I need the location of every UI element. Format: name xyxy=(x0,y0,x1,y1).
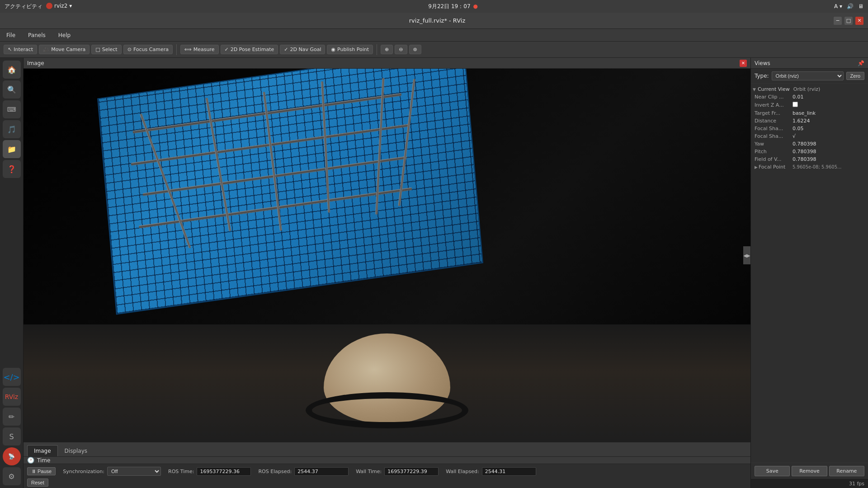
remove-button[interactable]: Remove xyxy=(792,466,827,476)
tab-displays[interactable]: Displays xyxy=(58,445,94,456)
sync-select[interactable]: Off Approximate Time Exact Time xyxy=(107,467,161,476)
pitch-value[interactable]: 0.780398 xyxy=(793,149,816,155)
wall-time-label: Wall Time: xyxy=(356,469,382,474)
save-button[interactable]: Save xyxy=(755,466,790,476)
tab-image[interactable]: Image xyxy=(27,445,58,456)
pause-icon: ⏸ xyxy=(31,469,36,474)
app-icon: rviz2 ▾ xyxy=(46,3,72,9)
invert-z-checkbox[interactable] xyxy=(793,102,798,107)
image-content: ◀▶ xyxy=(24,69,750,442)
focus-camera-button[interactable]: ⊙ Focus Camera xyxy=(123,45,173,54)
invert-z-value[interactable] xyxy=(793,102,798,108)
minus-button[interactable]: ⊖ xyxy=(395,45,407,54)
current-view-header[interactable]: ▼ Current View Orbit (rviz) xyxy=(751,85,868,93)
sidebar-icon-terminal[interactable]: ⌨ xyxy=(3,100,21,118)
collapse-arrow[interactable]: ◀▶ xyxy=(743,246,750,264)
activity-label[interactable]: アクティビティ xyxy=(5,3,42,10)
target-fr-row: Target Fr... base_link xyxy=(751,109,868,117)
focal-sha1-row: Focal Sha... 0.05 xyxy=(751,125,868,132)
interact-label: Interact xyxy=(14,47,33,52)
v-bar-6 xyxy=(398,79,415,206)
settings-icon: ⚙ xyxy=(8,472,14,481)
field-of-v-value[interactable]: 0.780398 xyxy=(793,156,816,162)
maximize-button[interactable]: □ xyxy=(844,17,853,25)
distance-row: Distance 1.6224 xyxy=(751,117,868,125)
views-panel-header: Views 📌 xyxy=(751,58,868,69)
distance-key: Distance xyxy=(755,118,791,124)
views-type-select[interactable]: Orbit (rviz) XYOrbit (rviz) FPS (rviz) T… xyxy=(772,71,844,80)
publish-point-button[interactable]: ◉ Publish Point xyxy=(327,45,373,54)
focal-sha2-value[interactable]: √ xyxy=(793,133,796,139)
current-view-label: Current View xyxy=(758,86,790,92)
sidebar-icon-home[interactable]: 🏠 xyxy=(3,61,21,79)
rename-button[interactable]: Rename xyxy=(829,466,864,476)
image-scene xyxy=(24,69,750,442)
select-button[interactable]: □ Select xyxy=(91,45,121,54)
focal-point-row: ▶ Focal Point 5.9605e-08; 5.9605... xyxy=(751,163,868,171)
pencil-icon: ✏ xyxy=(9,413,14,421)
pose-estimate-button[interactable]: ✓ 2D Pose Estimate xyxy=(221,45,278,54)
interact-button[interactable]: ↖ Interact xyxy=(4,45,37,54)
wall-elapsed-value: 2544.31 xyxy=(482,467,536,476)
focal-point-key: ▶ Focal Point xyxy=(755,164,791,170)
sidebar-icon-pencil[interactable]: ✏ xyxy=(3,408,21,426)
select-label: Select xyxy=(102,47,118,52)
focal-point-key-label: Focal Point xyxy=(759,164,785,170)
pause-button[interactable]: ⏸ Pause xyxy=(27,467,56,475)
toolbar-separator-2 xyxy=(377,44,377,55)
field-of-v-row: Field of V... 0.780398 xyxy=(751,155,868,163)
sidebar-icon-rviz[interactable]: RViz xyxy=(3,388,21,406)
bottom-tabs-bar: Image Displays xyxy=(24,442,750,456)
title-bar-controls: ─ □ ✕ xyxy=(834,17,863,25)
reset-button[interactable]: Reset xyxy=(27,479,48,487)
target-fr-value[interactable]: base_link xyxy=(793,110,816,116)
zero-button[interactable]: Zero xyxy=(846,72,865,80)
expand-arrow-icon: ▼ xyxy=(753,87,756,92)
views-title: Views xyxy=(755,60,770,66)
main-layout: 🏠 🔍 ⌨ 🎵 📁 ❓ </> RViz ✏ S 📡 xyxy=(0,58,868,488)
focus-camera-icon: ⊙ xyxy=(127,47,132,52)
close-button[interactable]: ✕ xyxy=(855,17,863,25)
distance-value[interactable]: 1.6224 xyxy=(793,118,810,124)
menu-panels[interactable]: Panels xyxy=(25,31,48,39)
sidebar-icon-code[interactable]: </> xyxy=(3,368,21,386)
recording-indicator: ● xyxy=(473,3,478,9)
move-camera-label: Move Camera xyxy=(51,47,85,52)
focus-camera-label: Focus Camera xyxy=(133,47,169,52)
image-panel-close[interactable]: ✕ xyxy=(740,60,747,67)
sidebar-icon-music[interactable]: 🎵 xyxy=(3,120,21,138)
fps-value: 31 fps xyxy=(849,481,864,487)
sidebar-icon-network[interactable]: 📡 xyxy=(3,447,21,465)
sidebar-icon-snap[interactable]: S xyxy=(3,427,21,446)
sidebar-icon-search[interactable]: 🔍 xyxy=(3,80,21,99)
network-icon: 📡 xyxy=(8,453,15,460)
sidebar-icon-help[interactable]: ❓ xyxy=(3,160,21,178)
yaw-value[interactable]: 0.780398 xyxy=(793,141,816,147)
sidebar-icon-files[interactable]: 📁 xyxy=(3,140,21,158)
volume-icon[interactable]: 🔊 xyxy=(847,3,854,9)
menu-help[interactable]: Help xyxy=(56,31,73,39)
minimize-button[interactable]: ─ xyxy=(834,17,842,25)
near-clip-value[interactable]: 0.01 xyxy=(793,94,804,100)
pitch-row: Pitch 0.780398 xyxy=(751,148,868,155)
center-button[interactable]: ⊛ xyxy=(409,45,421,54)
ros-time-label: ROS Time: xyxy=(168,469,194,474)
nav-goal-button[interactable]: ✓ 2D Nav Goal xyxy=(280,45,325,54)
center-icon: ⊛ xyxy=(413,47,417,52)
menu-file[interactable]: File xyxy=(4,31,18,39)
help-icon: ❓ xyxy=(7,165,16,174)
measure-button[interactable]: ⟺ Measure xyxy=(180,45,219,54)
plus-icon: ⊕ xyxy=(385,47,389,52)
dropdown-icon[interactable]: ▾ xyxy=(69,3,72,9)
scene-bottom xyxy=(24,324,750,442)
right-panel: Views 📌 Type: Orbit (rviz) XYOrbit (rviz… xyxy=(750,58,868,488)
screen-icon[interactable]: 🖥 xyxy=(858,3,863,9)
keyboard-indicator[interactable]: A ▾ xyxy=(834,3,842,9)
move-camera-button[interactable]: 🎥 Move Camera xyxy=(39,45,90,54)
focal-sha1-value[interactable]: 0.05 xyxy=(793,126,804,131)
sidebar-icon-settings[interactable]: ⚙ xyxy=(3,467,21,485)
views-buttons: Save Remove Rename xyxy=(751,463,868,479)
field-of-v-key: Field of V... xyxy=(755,156,791,162)
datetime-label: 9月22日 19：07 xyxy=(428,3,470,10)
plus-button[interactable]: ⊕ xyxy=(381,45,393,54)
